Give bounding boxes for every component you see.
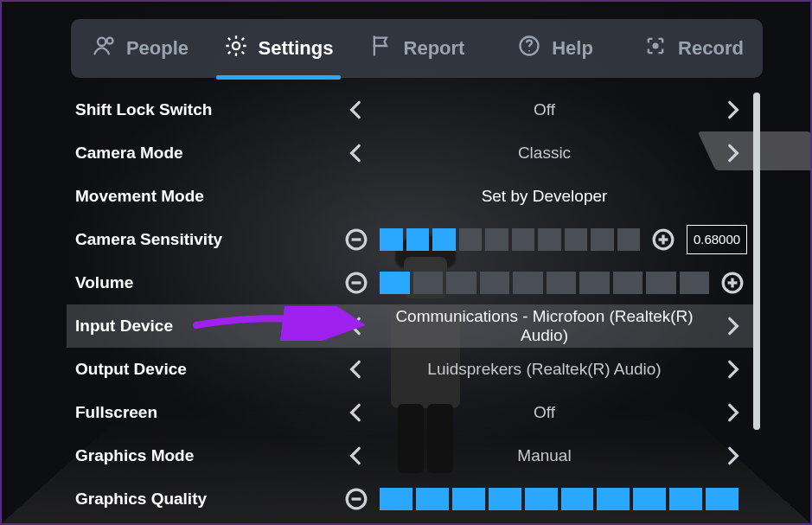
tab-help[interactable]: Help [486, 19, 624, 78]
setting-label: Input Device [68, 317, 336, 336]
tab-people[interactable]: People [71, 19, 209, 78]
chevron-left-icon[interactable] [342, 441, 371, 471]
setting-value: Luidsprekers (Realtek(R) Audio) [371, 360, 718, 379]
setting-value: Manual [371, 446, 718, 465]
chevron-left-icon[interactable] [342, 311, 371, 341]
setting-graphics-quality: Graphics Quality [67, 477, 754, 521]
setting-label: Fullscreen [68, 403, 336, 422]
tab-label: People [126, 37, 189, 60]
chevron-left-icon[interactable] [342, 355, 371, 384]
setting-value: Off [371, 403, 718, 422]
chevron-right-icon[interactable] [718, 311, 747, 341]
chevron-left-icon[interactable] [342, 398, 371, 427]
gear-icon [224, 34, 248, 63]
volume-slider[interactable] [380, 272, 709, 294]
chevron-left-icon[interactable] [342, 138, 371, 168]
svg-point-1 [106, 38, 112, 44]
setting-label: Shift Lock Switch [68, 100, 336, 119]
setting-volume: Volume [67, 261, 754, 304]
flag-icon [369, 34, 393, 63]
svg-point-4 [528, 50, 530, 52]
svg-point-0 [98, 38, 105, 46]
setting-output-device: Output Device Luidsprekers (Realtek(R) A… [67, 348, 754, 391]
setting-value: Classic [371, 144, 718, 163]
setting-value: Communications - Microfoon (Realtek(R) A… [371, 307, 718, 345]
tab-label: Settings [259, 37, 334, 60]
setting-value: Off [371, 100, 718, 119]
chevron-left-icon[interactable] [342, 95, 371, 125]
setting-label: Volume [68, 273, 336, 292]
setting-camera-mode: Camera Mode Classic [67, 131, 754, 175]
setting-camera-sensitivity: Camera Sensitivity 0.68000 [67, 218, 754, 261]
setting-label: Movement Mode [68, 187, 336, 206]
chevron-right-icon[interactable] [718, 138, 747, 168]
setting-label: Graphics Quality [68, 490, 336, 509]
tab-label: Report [404, 37, 465, 60]
svg-point-2 [233, 42, 240, 49]
graphics-quality-slider[interactable] [380, 488, 738, 510]
tab-bar: People Settings Report Help Record [71, 19, 763, 78]
chevron-right-icon[interactable] [718, 355, 747, 384]
setting-movement-mode: Movement Mode Set by Developer [67, 175, 754, 218]
setting-label: Camera Mode [68, 144, 336, 163]
help-icon [517, 34, 541, 63]
settings-panel: Shift Lock Switch Off Camera Mode Classi… [67, 88, 754, 521]
record-icon [643, 34, 668, 63]
setting-fullscreen: Fullscreen Off [67, 391, 754, 434]
tab-label: Help [552, 37, 593, 60]
setting-shift-lock: Shift Lock Switch Off [67, 88, 754, 131]
camera-sensitivity-slider[interactable] [380, 228, 640, 251]
setting-label: Camera Sensitivity [68, 230, 336, 249]
plus-icon[interactable] [718, 268, 747, 298]
minus-icon[interactable] [342, 484, 371, 514]
chevron-right-icon[interactable] [718, 441, 747, 471]
scrollbar-thumb[interactable] [753, 93, 760, 430]
setting-graphics-mode: Graphics Mode Manual [67, 434, 754, 477]
tab-report[interactable]: Report [348, 19, 486, 78]
setting-value: Set by Developer [342, 187, 747, 206]
chevron-right-icon[interactable] [718, 398, 747, 427]
setting-label: Output Device [68, 360, 336, 379]
svg-point-5 [653, 43, 659, 49]
camera-sensitivity-input[interactable]: 0.68000 [687, 225, 747, 254]
minus-icon[interactable] [342, 268, 371, 298]
setting-label: Graphics Mode [68, 446, 336, 465]
setting-input-device: Input Device Communications - Microfoon … [67, 304, 754, 348]
tab-record[interactable]: Record [624, 19, 763, 78]
tab-settings[interactable]: Settings [209, 19, 348, 78]
chevron-right-icon[interactable] [718, 95, 747, 125]
minus-icon[interactable] [342, 225, 371, 254]
tab-label: Record [678, 37, 744, 60]
people-icon [92, 34, 116, 63]
plus-icon[interactable] [649, 225, 678, 254]
